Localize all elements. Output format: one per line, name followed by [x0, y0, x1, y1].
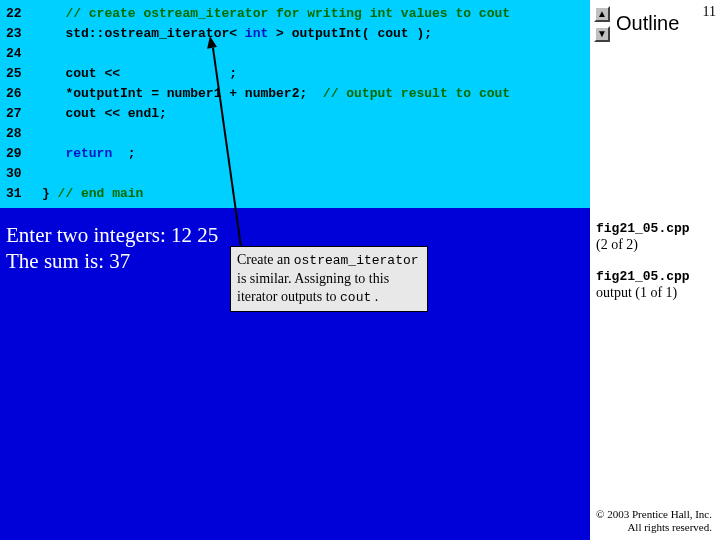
- down-triangle-icon: ▼: [597, 28, 607, 39]
- outline-title: Outline: [616, 12, 679, 35]
- code-text: *outputInt = number1 + number2;: [42, 84, 323, 104]
- figure-label-output: fig21_05.cpp output (1 of 1): [596, 268, 690, 301]
- line-number: 31: [0, 184, 42, 204]
- line-number: 28: [0, 124, 42, 144]
- code-text: [42, 4, 65, 24]
- code-text: > outputInt( cout );: [268, 24, 432, 44]
- code-line: 29 return ;: [0, 144, 590, 164]
- figure-filename: fig21_05.cpp: [596, 269, 690, 284]
- code-line: 27 cout << endl;: [0, 104, 590, 124]
- code-line: 25 cout << ;: [0, 64, 590, 84]
- line-number: 29: [0, 144, 42, 164]
- code-line: 23 std::ostream_iterator< int > outputIn…: [0, 24, 590, 44]
- callout-text: Create an: [237, 252, 294, 267]
- code-text: cout << ;: [42, 64, 237, 84]
- line-number: 23: [0, 24, 42, 44]
- code-text: }: [42, 184, 58, 204]
- copyright-notice: © 2003 Prentice Hall, Inc. All rights re…: [596, 508, 712, 534]
- code-text: ;: [112, 144, 135, 164]
- comment-text: // create ostream_iterator for writing i…: [65, 4, 510, 24]
- line-number: 30: [0, 164, 42, 184]
- code-line: 24: [0, 44, 590, 64]
- comment-text: // end main: [58, 184, 144, 204]
- page-number: 11: [703, 4, 716, 20]
- figure-label-source: fig21_05.cpp (2 of 2): [596, 220, 690, 253]
- code-line: 30: [0, 164, 590, 184]
- code-line: 26 *outputInt = number1 + number2; // ou…: [0, 84, 590, 104]
- figure-part: output (1 of 1): [596, 285, 677, 300]
- keyword-text: return: [65, 144, 112, 164]
- code-text: cout << endl;: [42, 104, 167, 124]
- callout-text: .: [375, 289, 379, 304]
- code-area: 22 // create ostream_iterator for writin…: [0, 0, 590, 208]
- comment-text: // output result to cout: [323, 84, 510, 104]
- up-triangle-icon: ▲: [597, 8, 607, 19]
- scroll-down-button[interactable]: ▼: [594, 26, 610, 42]
- figure-filename: fig21_05.cpp: [596, 221, 690, 236]
- figure-part: (2 of 2): [596, 237, 638, 252]
- line-number: 22: [0, 4, 42, 24]
- code-line: 28: [0, 124, 590, 144]
- arrow-head-icon: [205, 35, 217, 49]
- code-line: 22 // create ostream_iterator for writin…: [0, 4, 590, 24]
- code-line: 31} // end main: [0, 184, 590, 204]
- line-number: 27: [0, 104, 42, 124]
- callout-code: ostream_iterator: [294, 253, 419, 268]
- keyword-text: int: [245, 24, 268, 44]
- line-number: 25: [0, 64, 42, 84]
- copyright-line: All rights reserved.: [596, 521, 712, 534]
- line-number: 24: [0, 44, 42, 64]
- copyright-line: © 2003 Prentice Hall, Inc.: [596, 508, 712, 521]
- line-number: 26: [0, 84, 42, 104]
- code-text: [42, 144, 65, 164]
- callout-code: cout: [340, 290, 371, 305]
- annotation-callout: Create an ostream_iterator is similar. A…: [230, 246, 428, 312]
- output-line: Enter two integers: 12 25: [6, 222, 590, 248]
- scroll-up-button[interactable]: ▲: [594, 6, 610, 22]
